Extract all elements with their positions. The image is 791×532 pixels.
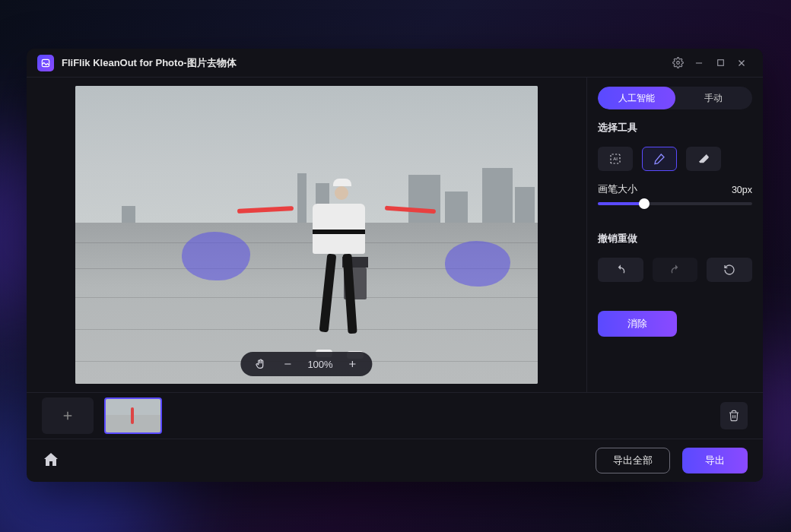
main-body: 100% 人工智能 手动 选择工具 AI [27,78,763,392]
app-icon [37,55,54,71]
svg-text:AI: AI [613,157,618,161]
person-figure [288,176,390,354]
svg-rect-3 [717,60,723,66]
pan-hand-icon[interactable] [253,356,268,372]
reset-button[interactable] [707,258,752,282]
footer-bar: 导出全部 导出 [27,439,763,482]
slider-thumb[interactable] [639,198,650,209]
brush-size-value: 30px [732,185,752,195]
undo-redo-row [598,258,752,282]
window-title: FliFlik KleanOut for Photo-图片去物体 [62,56,237,70]
export-all-button[interactable]: 导出全部 [596,448,670,473]
thumbnail-item[interactable] [104,397,162,434]
selection-mask [445,241,510,287]
settings-icon[interactable] [667,52,688,74]
thumbnail-strip [27,392,763,439]
selection-mask [182,232,250,280]
close-icon[interactable] [731,52,752,74]
tool-eraser[interactable] [686,147,721,171]
app-window: FliFlik KleanOut for Photo-图片去物体 [27,49,763,482]
home-icon[interactable] [42,451,62,470]
zoom-level: 100% [307,359,332,370]
undo-button[interactable] [598,258,643,282]
tool-ai-select[interactable]: AI [598,147,633,171]
brush-size-label: 画笔大小 [598,183,637,196]
redo-button[interactable] [653,258,698,282]
photo-canvas[interactable]: 100% [75,86,538,384]
zoom-in-icon[interactable] [345,356,361,372]
zoom-toolbar: 100% [240,352,372,376]
canvas-area: 100% [27,78,586,392]
brush-size-slider[interactable] [598,202,752,205]
tool-row: AI [598,147,752,171]
tool-brush[interactable] [642,147,677,171]
zoom-out-icon[interactable] [280,356,295,372]
mode-tabs: 人工智能 手动 [598,87,752,109]
tab-manual[interactable]: 手动 [675,87,753,109]
erase-button[interactable]: 消除 [598,311,677,337]
export-button[interactable]: 导出 [682,448,748,473]
add-image-button[interactable] [42,397,94,434]
select-tool-label: 选择工具 [598,122,752,135]
svg-point-1 [676,62,679,65]
tab-ai[interactable]: 人工智能 [598,87,675,109]
minimize-icon[interactable] [688,52,710,74]
side-panel: 人工智能 手动 选择工具 AI 画笔大小 30px [586,78,763,392]
maximize-icon[interactable] [710,52,731,74]
undo-redo-label: 撤销重做 [598,233,752,245]
delete-button[interactable] [720,402,748,429]
titlebar: FliFlik KleanOut for Photo-图片去物体 [27,49,763,78]
